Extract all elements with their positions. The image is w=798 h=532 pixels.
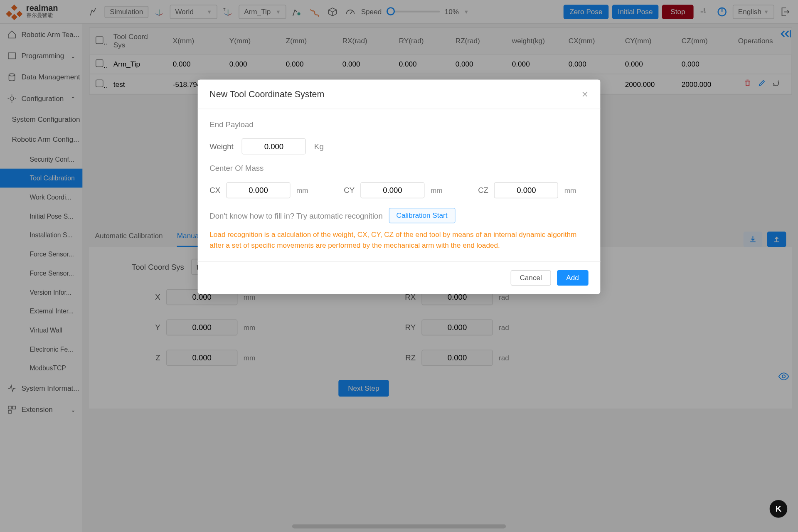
payload-section-title: End Payload (209, 120, 588, 129)
calibration-start-button[interactable]: Calibration Start (389, 208, 455, 223)
help-fab[interactable]: K (769, 500, 787, 518)
cancel-button[interactable]: Cancel (511, 270, 551, 286)
weight-input[interactable] (242, 138, 306, 155)
horizontal-scrollbar[interactable] (292, 524, 506, 528)
cx-input[interactable] (226, 182, 290, 199)
cy-label: CY (344, 186, 355, 195)
weight-label: Weight (209, 142, 233, 150)
cz-label: CZ (478, 186, 488, 195)
auto-recognition-hint: Don't know how to fill in? Try automatic… (209, 211, 382, 220)
modal-title: New Tool Coordinate System (209, 89, 324, 99)
cz-input[interactable] (494, 182, 558, 199)
cy-input[interactable] (360, 182, 424, 199)
cx-label: CX (209, 186, 220, 195)
new-tool-coord-modal: New Tool Coordinate System ✕ End Payload… (198, 79, 601, 294)
load-recognition-warning: Load recognition is a calculation of the… (209, 229, 588, 250)
weight-unit: Kg (314, 142, 324, 150)
modal-overlay: New Tool Coordinate System ✕ End Payload… (0, 0, 798, 532)
close-icon[interactable]: ✕ (581, 89, 589, 99)
add-button[interactable]: Add (557, 270, 589, 286)
com-section-title: Center Of Mass (209, 164, 588, 172)
